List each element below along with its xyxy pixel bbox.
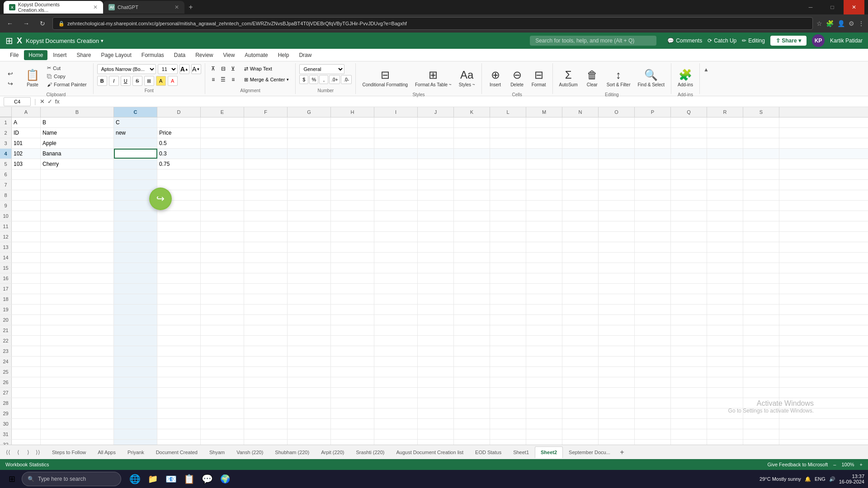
- cell-S21[interactable]: [743, 325, 779, 335]
- taskbar-app-mail[interactable]: 📧: [163, 471, 179, 487]
- cell-A17[interactable]: [12, 284, 41, 294]
- cell-H6[interactable]: [331, 169, 374, 179]
- cell-A3[interactable]: 101: [12, 138, 41, 148]
- cell-J28[interactable]: [418, 398, 454, 408]
- cell-H2[interactable]: [331, 128, 374, 138]
- cell-C16[interactable]: [114, 273, 157, 283]
- cell-O11[interactable]: [599, 221, 635, 231]
- cell-C14[interactable]: [114, 253, 157, 263]
- cell-G15[interactable]: [288, 263, 331, 273]
- cell-O28[interactable]: [599, 398, 635, 408]
- cell-E26[interactable]: [201, 377, 244, 387]
- row-header-24[interactable]: 24: [0, 357, 12, 366]
- cell-K17[interactable]: [454, 284, 490, 294]
- cell-O22[interactable]: [599, 336, 635, 346]
- col-header-H[interactable]: H: [331, 107, 374, 117]
- cell-G31[interactable]: [288, 429, 331, 439]
- cell-L27[interactable]: [490, 388, 526, 398]
- row-header-27[interactable]: 27: [0, 388, 12, 398]
- cell-N9[interactable]: [562, 201, 599, 211]
- cell-P21[interactable]: [635, 325, 671, 335]
- title-dropdown-icon[interactable]: ▾: [101, 38, 104, 44]
- cell-G18[interactable]: [288, 294, 331, 304]
- cell-K22[interactable]: [454, 336, 490, 346]
- cell-P31[interactable]: [635, 429, 671, 439]
- cell-H12[interactable]: [331, 232, 374, 242]
- cell-O6[interactable]: [599, 169, 635, 179]
- cell-P8[interactable]: [635, 190, 671, 200]
- cell-N11[interactable]: [562, 221, 599, 231]
- cell-K18[interactable]: [454, 294, 490, 304]
- cell-M6[interactable]: [526, 169, 562, 179]
- row-header-6[interactable]: 6: [0, 169, 12, 179]
- cell-P6[interactable]: [635, 169, 671, 179]
- cell-H21[interactable]: [331, 325, 374, 335]
- cell-H26[interactable]: [331, 377, 374, 387]
- cell-R25[interactable]: [707, 367, 743, 377]
- cell-S16[interactable]: [743, 273, 779, 283]
- cell-Q6[interactable]: [671, 169, 707, 179]
- col-header-M[interactable]: M: [526, 107, 562, 117]
- sheet-tab-shyam[interactable]: Shyam: [203, 446, 231, 458]
- cell-K27[interactable]: [454, 388, 490, 398]
- menu-automate[interactable]: Automate: [240, 50, 272, 60]
- cell-B18[interactable]: [41, 294, 114, 304]
- cell-G24[interactable]: [288, 357, 331, 366]
- cell-E14[interactable]: [201, 253, 244, 263]
- col-header-G[interactable]: G: [288, 107, 331, 117]
- cell-D6[interactable]: [157, 169, 201, 179]
- cell-F23[interactable]: [244, 346, 288, 356]
- cell-reference-input[interactable]: [4, 97, 31, 106]
- cell-C30[interactable]: [114, 419, 157, 429]
- cell-O12[interactable]: [599, 232, 635, 242]
- menu-home[interactable]: Home: [24, 50, 47, 60]
- cell-J3[interactable]: [418, 138, 454, 148]
- cell-E31[interactable]: [201, 429, 244, 439]
- cell-L18[interactable]: [490, 294, 526, 304]
- cell-A14[interactable]: [12, 253, 41, 263]
- cell-G16[interactable]: [288, 273, 331, 283]
- cell-M21[interactable]: [526, 325, 562, 335]
- sheet-nav-prev[interactable]: ⟨: [14, 448, 23, 457]
- cell-J17[interactable]: [418, 284, 454, 294]
- taskbar-app-cortana[interactable]: 🌐: [127, 471, 143, 487]
- cell-O30[interactable]: [599, 419, 635, 429]
- cell-Q19[interactable]: [671, 305, 707, 314]
- cell-styles-button[interactable]: Aa Styles ~: [456, 64, 478, 91]
- cell-O5[interactable]: [599, 159, 635, 169]
- format-cells-button[interactable]: ⊟ Format: [529, 64, 549, 91]
- cell-L25[interactable]: [490, 367, 526, 377]
- cell-R22[interactable]: [707, 336, 743, 346]
- cell-D26[interactable]: [157, 377, 201, 387]
- cell-A23[interactable]: [12, 346, 41, 356]
- cell-S24[interactable]: [743, 357, 779, 366]
- cell-R30[interactable]: [707, 419, 743, 429]
- cell-M17[interactable]: [526, 284, 562, 294]
- cell-B30[interactable]: [41, 419, 114, 429]
- cell-O23[interactable]: [599, 346, 635, 356]
- format-painter-button[interactable]: 🖌 Format Painter: [44, 81, 90, 88]
- cell-P4[interactable]: [635, 149, 671, 159]
- cell-C26[interactable]: [114, 377, 157, 387]
- cell-L12[interactable]: [490, 232, 526, 242]
- cell-I27[interactable]: [374, 388, 418, 398]
- cell-F4[interactable]: [244, 149, 288, 159]
- cell-G22[interactable]: [288, 336, 331, 346]
- col-header-O[interactable]: O: [599, 107, 635, 117]
- cell-F31[interactable]: [244, 429, 288, 439]
- cell-L7[interactable]: [490, 180, 526, 190]
- cell-S23[interactable]: [743, 346, 779, 356]
- cell-F22[interactable]: [244, 336, 288, 346]
- cell-O4[interactable]: [599, 149, 635, 159]
- cell-L24[interactable]: [490, 357, 526, 366]
- menu-icon[interactable]: ⋮: [858, 20, 864, 27]
- cell-E10[interactable]: [201, 211, 244, 221]
- cell-P17[interactable]: [635, 284, 671, 294]
- cell-Q31[interactable]: [671, 429, 707, 439]
- cell-D13[interactable]: [157, 242, 201, 252]
- menu-share[interactable]: Share: [72, 50, 95, 60]
- cell-I12[interactable]: [374, 232, 418, 242]
- cell-R13[interactable]: [707, 242, 743, 252]
- col-header-N[interactable]: N: [562, 107, 599, 117]
- cell-A18[interactable]: [12, 294, 41, 304]
